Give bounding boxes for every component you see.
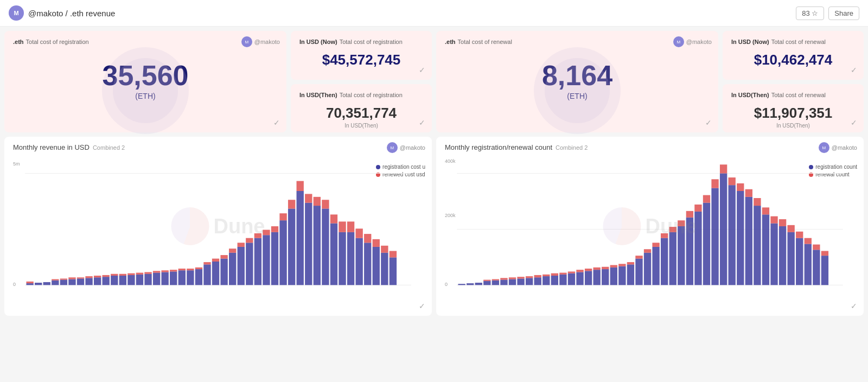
svg-rect-147 [703,195,710,203]
main-content: .eth Total cost of registration M @makot… [0,27,868,320]
svg-rect-79 [355,229,362,238]
svg-rect-47 [220,255,227,259]
svg-rect-132 [644,253,651,285]
svg-rect-116 [576,272,583,285]
svg-rect-82 [373,247,380,285]
svg-rect-84 [381,253,388,285]
svg-rect-15 [85,276,92,278]
svg-rect-74 [339,232,346,285]
stat-value-usd-now-ren: $10,462,474 [731,52,855,68]
chart-author-1: M @makoto [387,142,425,153]
svg-rect-10 [68,279,75,285]
y-label-5m: 5m [13,161,20,167]
svg-rect-81 [364,234,371,243]
svg-rect-54 [254,238,261,285]
svg-rect-101 [509,278,516,279]
stat-value-usd-then-ren: $11,907,351 [731,105,855,122]
svg-rect-40 [195,269,202,285]
stat-label-3: .eth Total cost of renewal [445,39,710,45]
chart-author-2: M @makoto [819,142,857,153]
bars-svg-1 [13,156,423,297]
chart-avatar-2: M [819,142,829,153]
svg-rect-58 [271,232,278,285]
svg-rect-100 [509,279,516,285]
svg-rect-166 [787,232,794,285]
svg-rect-130 [635,259,642,285]
svg-rect-95 [483,280,490,281]
stat-value-usd-then-reg: 70,351,774 [299,105,423,122]
svg-rect-174 [821,256,828,285]
header: M @makoto / .eth revenue 83 ☆ Share [0,0,868,27]
svg-rect-35 [170,270,177,272]
svg-rect-20 [111,276,118,285]
svg-rect-128 [627,265,634,285]
svg-rect-149 [711,180,718,188]
share-button[interactable]: Share [828,7,859,20]
svg-rect-103 [517,277,524,279]
chart-monthly-revenue: Monthly revenue in USD Combined 2 M @mak… [4,137,432,316]
stat-author-3: M @makoto [673,36,712,47]
svg-rect-52 [246,243,253,285]
svg-rect-39 [187,269,194,270]
author-avatar-1: M [241,36,252,47]
svg-rect-41 [195,268,202,269]
svg-rect-163 [770,217,777,224]
svg-rect-64 [297,191,304,285]
chart-monthly-count: Monthly registration/renewal count Combi… [436,137,864,316]
chart-title-2: Monthly registration/renewal count Combi… [445,143,855,151]
svg-rect-56 [263,235,270,285]
svg-rect-59 [271,226,278,232]
svg-rect-107 [534,275,541,277]
svg-rect-126 [618,266,626,285]
star-button[interactable]: 83 ☆ [796,7,824,20]
svg-rect-141 [678,221,685,227]
svg-rect-63 [288,200,295,209]
svg-rect-136 [661,238,668,285]
svg-rect-121 [593,268,600,270]
svg-rect-143 [686,211,693,218]
svg-rect-131 [635,256,642,259]
svg-rect-151 [720,165,727,174]
stat-sub-label-then-reg: In USD(Then) [299,123,423,129]
svg-rect-75 [339,222,346,232]
charts-row: Monthly revenue in USD Combined 2 M @mak… [4,137,864,316]
check-icon-chart-2: ✓ [851,302,857,310]
svg-rect-159 [754,198,761,206]
svg-rect-125 [610,265,617,268]
svg-rect-134 [652,247,659,285]
svg-rect-23 [119,274,126,276]
svg-rect-36 [178,271,186,285]
svg-rect-25 [127,273,135,275]
svg-rect-139 [669,227,676,232]
stats-row: .eth Total cost of registration M @makot… [4,31,864,132]
stat-author-1: M @makoto [241,36,280,47]
svg-rect-170 [805,244,812,285]
svg-rect-31 [153,271,160,273]
svg-rect-144 [694,212,701,285]
svg-rect-98 [500,280,507,285]
svg-rect-9 [60,279,67,280]
y-label-400k: 400k [445,158,456,164]
svg-rect-96 [492,281,499,285]
stat-label-1: .eth Total cost of registration [13,39,278,45]
svg-rect-37 [178,269,186,270]
svg-rect-73 [330,215,337,224]
bars-svg-2 [445,156,855,297]
svg-rect-45 [212,259,219,262]
svg-rect-14 [85,278,92,285]
svg-rect-7 [52,279,59,281]
check-icon-5: ✓ [851,66,857,74]
svg-rect-138 [669,232,676,285]
svg-rect-119 [585,269,592,271]
svg-rect-67 [305,194,312,203]
svg-rect-114 [568,273,575,285]
y-label-0-1: 0 [13,282,16,287]
check-icon-3: ✓ [419,118,425,127]
stat-card-eth-registration: .eth Total cost of registration M @makot… [4,31,286,132]
svg-rect-171 [805,238,812,244]
svg-rect-68 [314,206,321,285]
svg-rect-62 [288,209,295,285]
stat-card-usd-now-registration: In USD (Now) Total cost of registration … [291,31,432,80]
svg-rect-165 [779,219,786,226]
svg-rect-42 [203,265,210,285]
